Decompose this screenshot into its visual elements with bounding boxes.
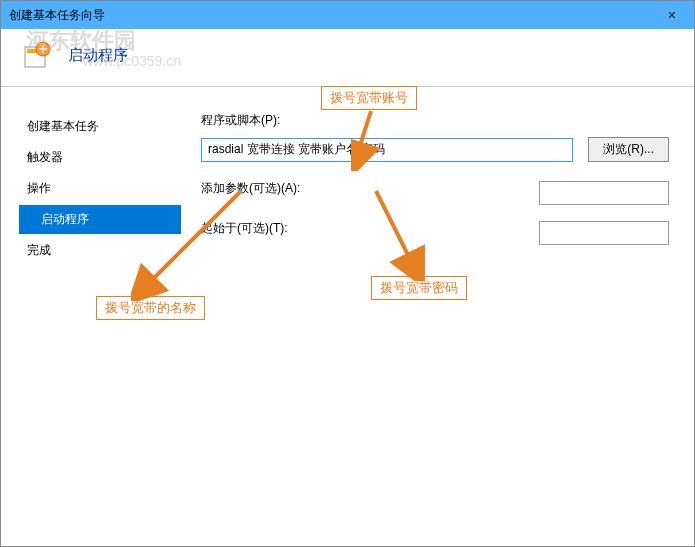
form-area: 程序或脚本(P): 浏览(R)... 添加参数(可选)(A): 起始于(可选)(… [181,112,694,537]
args-input[interactable] [539,181,669,205]
svg-line-8 [376,191,416,271]
arrow-name-icon [131,186,251,301]
sidebar-item-create-task[interactable]: 创建基本任务 [19,112,181,141]
titlebar: 创建基本任务向导 × [1,1,694,29]
sidebar: 创建基本任务 触发器 操作 启动程序 完成 [1,112,181,537]
startin-input[interactable] [539,221,669,245]
svg-line-6 [141,191,241,291]
program-label: 程序或脚本(P): [201,112,669,129]
arrow-account-icon [351,106,391,171]
window-title: 创建基本任务向导 [9,7,105,24]
program-input-row: 浏览(R)... [201,137,669,162]
close-button[interactable]: × [658,7,686,23]
sidebar-item-trigger[interactable]: 触发器 [19,143,181,172]
header-section: 河东软件园 www.pc0359.cn 启动程序 [1,29,694,87]
args-row: 添加参数(可选)(A): [201,180,669,205]
arrow-password-icon [371,186,431,281]
startin-row: 起始于(可选)(T): [201,220,669,245]
page-title: 启动程序 [68,46,128,65]
header-title-area: 启动程序 [68,46,128,65]
browse-button[interactable]: 浏览(R)... [588,137,669,162]
svg-line-4 [355,111,371,161]
